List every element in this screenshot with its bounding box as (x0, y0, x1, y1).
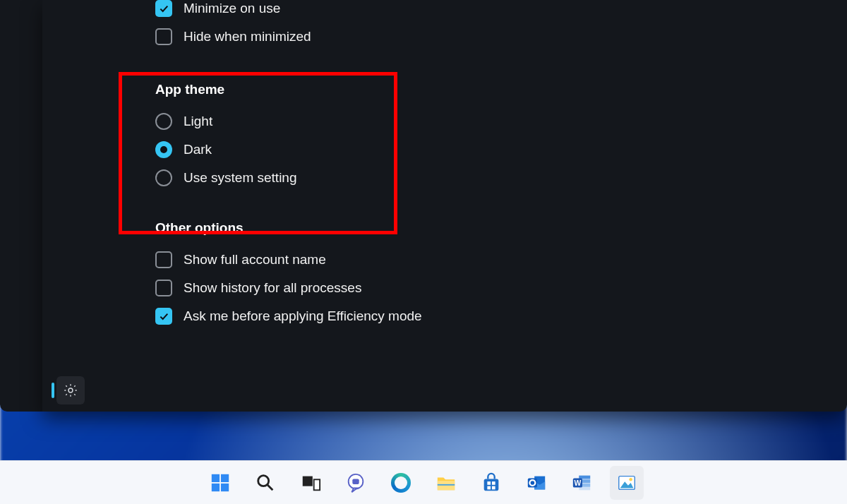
search-icon (255, 472, 276, 493)
svg-rect-14 (487, 481, 491, 485)
radio-icon (155, 113, 172, 130)
checkbox-minimize-on-use[interactable]: Minimize on use (155, 0, 819, 23)
gear-icon (63, 383, 78, 398)
option-label: Show full account name (184, 252, 326, 268)
app-left-rail (0, 0, 42, 412)
svg-point-5 (258, 475, 269, 486)
settings-content: Minimize on use Hide when minimized App … (155, 0, 847, 412)
outlook-icon (526, 472, 547, 493)
folder-icon (435, 472, 457, 493)
option-label: Use system setting (184, 170, 297, 186)
checkbox-icon (155, 0, 172, 17)
edge-icon (391, 473, 411, 493)
taskbar: W (0, 460, 847, 504)
radio-theme-light[interactable]: Light (155, 107, 819, 136)
settings-window: Minimize on use Hide when minimized App … (42, 0, 847, 412)
taskbar-store-button[interactable] (474, 466, 508, 500)
chat-icon (345, 472, 366, 493)
option-label: Light (184, 114, 212, 129)
svg-rect-10 (352, 479, 359, 484)
taskbar-word-button[interactable]: W (565, 466, 599, 500)
checkbox-show-full-account-name[interactable]: Show full account name (155, 246, 819, 274)
svg-rect-3 (212, 483, 220, 491)
option-label: Minimize on use (184, 1, 280, 16)
taskbar-edge-button[interactable] (384, 466, 418, 500)
taskbar-task-view-button[interactable] (294, 466, 328, 500)
checkbox-hide-when-minimized[interactable]: Hide when minimized (155, 23, 819, 51)
svg-rect-15 (492, 481, 495, 485)
option-label: Hide when minimized (184, 29, 311, 44)
nav-active-indicator (52, 383, 54, 398)
word-icon: W (571, 472, 592, 493)
option-label: Ask me before applying Efficiency mode (184, 308, 422, 324)
store-icon (481, 472, 502, 493)
checkbox-show-history-all-processes[interactable]: Show history for all processes (155, 274, 819, 302)
radio-theme-dark[interactable]: Dark (155, 136, 819, 164)
taskbar-photos-button[interactable] (610, 466, 644, 500)
svg-rect-13 (484, 479, 499, 491)
taskbar-file-explorer-button[interactable] (429, 466, 463, 500)
checkbox-icon (155, 28, 172, 45)
svg-rect-12 (438, 484, 455, 485)
task-view-icon (300, 472, 321, 493)
svg-rect-4 (221, 483, 229, 491)
option-label: Dark (184, 142, 212, 157)
photos-icon (616, 472, 637, 493)
svg-text:W: W (575, 479, 582, 486)
checkbox-icon (155, 308, 172, 325)
svg-point-29 (629, 478, 632, 481)
checkbox-icon (155, 280, 172, 296)
svg-rect-2 (221, 474, 229, 481)
taskbar-outlook-button[interactable] (519, 466, 553, 500)
other-options-heading: Other options (155, 220, 819, 236)
taskbar-search-button[interactable] (248, 466, 282, 500)
settings-nav-button[interactable] (56, 376, 85, 404)
svg-rect-7 (303, 476, 313, 486)
radio-theme-system[interactable]: Use system setting (155, 164, 819, 192)
radio-icon (155, 141, 172, 158)
option-label: Show history for all processes (184, 280, 361, 296)
radio-icon (155, 169, 172, 186)
taskbar-start-button[interactable] (203, 466, 237, 500)
checkbox-ask-efficiency-mode[interactable]: Ask me before applying Efficiency mode (155, 302, 819, 330)
app-theme-heading: App theme (155, 82, 819, 97)
svg-rect-16 (487, 486, 491, 489)
svg-rect-8 (314, 479, 320, 490)
svg-rect-1 (212, 474, 220, 481)
windows-logo-icon (210, 472, 231, 493)
checkbox-icon (155, 251, 172, 268)
svg-point-0 (68, 388, 73, 392)
taskbar-chat-button[interactable] (339, 466, 373, 500)
svg-line-6 (268, 484, 273, 490)
svg-rect-17 (492, 486, 495, 489)
